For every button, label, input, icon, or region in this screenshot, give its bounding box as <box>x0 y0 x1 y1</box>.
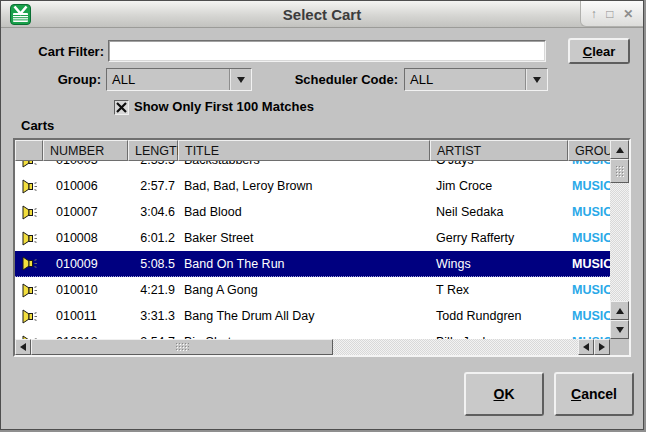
scroll-right-button[interactable] <box>594 339 610 355</box>
scheduler-code-label: Scheduler Code: <box>201 72 398 87</box>
row-cell-title: Bad, Bad, Leroy Brown <box>178 179 430 193</box>
row-cell-group: MUSIC <box>568 335 610 339</box>
header-group[interactable]: GROUP <box>568 140 610 161</box>
row-cell-artist: O'Jays <box>430 161 568 167</box>
scheduler-code-combobox-arrow[interactable] <box>525 69 547 90</box>
thumb-grip <box>175 342 189 352</box>
row-cell-number: 010007 <box>43 205 128 219</box>
row-cell-icon <box>15 309 43 324</box>
close-icon[interactable]: ✕ <box>623 8 633 20</box>
speaker-icon <box>21 283 38 298</box>
titlebar[interactable]: Select Cart ↑ □ ✕ <box>1 1 643 28</box>
table-row[interactable]: 010007 3:04.6 Bad Blood Neil Sedaka MUSI… <box>15 199 610 225</box>
table-row[interactable]: 010005 2:55.5 Backstabbers O'Jays MUSIC <box>15 161 610 173</box>
scheduler-code-combobox[interactable]: ALL <box>404 68 548 91</box>
vertical-scrollbar[interactable] <box>610 140 629 339</box>
header-number[interactable]: NUMBER <box>43 140 128 161</box>
row-cell-title: Band On The Run <box>178 257 430 271</box>
row-cell-artist: Gerry Rafferty <box>430 231 568 245</box>
row-cell-title: Bad Blood <box>178 205 430 219</box>
show-only-first-100-checkbox[interactable] <box>114 100 129 115</box>
cart-filter-label: Cart Filter: <box>1 44 104 59</box>
row-cell-title: Big Shot <box>178 335 430 339</box>
table-row[interactable]: 010009 5:08.5 Band On The Run Wings MUSI… <box>15 251 610 277</box>
triangle-up-icon <box>616 308 624 314</box>
window-title: Select Cart <box>1 1 643 28</box>
show-only-first-100-label: Show Only First 100 Matches <box>134 99 314 114</box>
cancel-button[interactable]: Cancel <box>554 372 634 416</box>
row-cell-artist: Todd Rundgren <box>430 309 568 323</box>
cart-filter-input[interactable] <box>108 40 546 62</box>
table-row[interactable]: 010010 4:21.9 Bang A Gong T Rex MUSIC <box>15 277 610 303</box>
triangle-right-icon <box>599 343 605 351</box>
horizontal-scrollbar[interactable] <box>15 339 610 355</box>
horizontal-scroll-thumb[interactable] <box>31 339 333 355</box>
row-cell-length: 2:54.7 <box>128 335 178 339</box>
checkbox-x-icon <box>116 102 127 113</box>
speaker-icon <box>21 335 38 340</box>
row-cell-group: MUSIC <box>568 205 610 219</box>
triangle-down-icon <box>616 327 624 333</box>
triangle-left-icon <box>20 343 26 351</box>
row-cell-length: 3:31.3 <box>128 309 178 323</box>
scheduler-code-combobox-value: ALL <box>405 72 525 87</box>
ok-button[interactable]: OK <box>464 372 544 416</box>
row-cell-group: MUSIC <box>568 231 610 245</box>
row-cell-group: MUSIC <box>568 283 610 297</box>
row-cell-length: 5:08.5 <box>128 257 178 271</box>
scrollbar-corner <box>610 339 629 355</box>
speaker-icon <box>21 205 38 220</box>
row-cell-artist: T Rex <box>430 283 568 297</box>
header-artist[interactable]: ARTIST <box>430 140 568 161</box>
window-controls: ↑ □ ✕ <box>580 1 643 27</box>
shade-icon[interactable]: ↑ <box>591 8 597 20</box>
row-cell-icon <box>15 283 43 298</box>
row-cell-length: 4:21.9 <box>128 283 178 297</box>
scroll-left-button[interactable] <box>15 339 31 355</box>
row-cell-length: 3:04.6 <box>128 205 178 219</box>
speaker-icon <box>21 309 38 324</box>
row-cell-length: 2:55.5 <box>128 161 178 167</box>
table-rows: 010005 2:55.5 Backstabbers O'Jays MUSIC … <box>15 161 610 339</box>
row-cell-icon <box>15 335 43 340</box>
vertical-scroll-thumb[interactable] <box>610 159 629 183</box>
clear-button[interactable]: Clear <box>568 38 630 64</box>
triangle-up-icon <box>616 147 624 153</box>
triangle-left-icon <box>583 343 589 351</box>
row-cell-title: Bang A Gong <box>178 283 430 297</box>
row-cell-group: MUSIC <box>568 257 610 271</box>
table-row[interactable]: 010011 3:31.3 Bang The Drum All Day Todd… <box>15 303 610 329</box>
row-cell-artist: Neil Sedaka <box>430 205 568 219</box>
vertical-scroll-track[interactable] <box>610 183 629 301</box>
row-cell-number: 010012 <box>43 335 128 339</box>
row-cell-group: MUSIC <box>568 309 610 323</box>
horizontal-scroll-track[interactable] <box>333 339 578 355</box>
scroll-up-button[interactable] <box>610 140 629 159</box>
scroll-down-button[interactable] <box>610 320 629 339</box>
row-cell-number: 010009 <box>43 257 128 271</box>
speaker-icon <box>21 161 38 168</box>
row-cell-artist: Billy Joel <box>430 335 568 339</box>
table-row[interactable]: 010012 2:54.7 Big Shot Billy Joel MUSIC <box>15 329 610 339</box>
row-cell-icon <box>15 161 43 168</box>
header-title[interactable]: TITLE <box>178 140 430 161</box>
group-label: Group: <box>1 72 101 87</box>
scroll-up-button-2[interactable] <box>610 301 629 320</box>
row-cell-icon <box>15 231 43 246</box>
table-header: NUMBER LENGTH TITLE ARTIST GROUP <box>15 140 610 161</box>
row-cell-artist: Wings <box>430 257 568 271</box>
select-cart-dialog: Select Cart ↑ □ ✕ Cart Filter: Clear Gro… <box>0 0 644 430</box>
table-row[interactable]: 010008 6:01.2 Baker Street Gerry Raffert… <box>15 225 610 251</box>
row-cell-group: MUSIC <box>568 179 610 193</box>
header-icon-column[interactable] <box>15 140 43 161</box>
row-cell-icon <box>15 205 43 220</box>
maximize-icon[interactable]: □ <box>606 8 613 20</box>
speaker-icon <box>21 231 38 246</box>
row-cell-title: Backstabbers <box>178 161 430 167</box>
row-cell-length: 2:57.7 <box>128 179 178 193</box>
scroll-left-button-2[interactable] <box>578 339 594 355</box>
row-cell-title: Baker Street <box>178 231 430 245</box>
row-cell-number: 010010 <box>43 283 128 297</box>
table-row[interactable]: 010006 2:57.7 Bad, Bad, Leroy Brown Jim … <box>15 173 610 199</box>
header-length[interactable]: LENGTH <box>128 140 178 161</box>
